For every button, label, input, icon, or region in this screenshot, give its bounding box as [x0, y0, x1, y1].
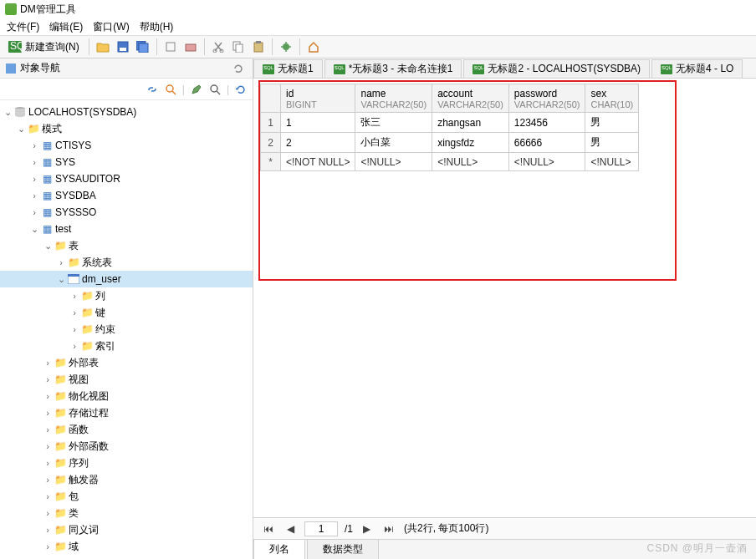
column-header[interactable]: passwordVARCHAR2(50)	[508, 84, 585, 113]
tree-root[interactable]: ⌄ LOCALHOST(SYSDBA)	[0, 104, 253, 120]
expand-icon[interactable]: ›	[42, 391, 54, 401]
expand-icon[interactable]: ⌄	[28, 224, 40, 235]
table-row[interactable]: 2 2 小白菜 xingsfdz 66666 男	[261, 133, 639, 153]
last-page-button[interactable]: ⏭	[381, 523, 397, 535]
expand-icon[interactable]: ⌄	[2, 107, 13, 118]
expand-icon[interactable]: ⌄	[42, 241, 54, 252]
cut-button[interactable]	[209, 38, 227, 56]
expand-icon[interactable]: ›	[42, 541, 54, 551]
tree-tables-folder[interactable]: ⌄📁表	[0, 237, 253, 254]
cell[interactable]: <!NULL>	[355, 153, 432, 171]
table-row[interactable]: 1 1 张三 zhangsan 123456 男	[261, 113, 639, 133]
cell[interactable]: 2	[281, 133, 355, 153]
column-header[interactable]: nameVARCHAR2(50)	[355, 84, 432, 113]
expand-icon[interactable]: ›	[69, 324, 80, 334]
expand-icon[interactable]: ›	[28, 157, 40, 167]
expand-icon[interactable]: ›	[69, 291, 80, 301]
expand-icon[interactable]: ›	[42, 374, 54, 384]
tree-table-child[interactable]: ›📁列	[0, 287, 253, 304]
editor-tab[interactable]: 无标题1	[253, 59, 323, 78]
menu-help[interactable]: 帮助(H)	[140, 20, 174, 34]
save-button[interactable]	[114, 38, 132, 56]
tree-schema-test[interactable]: ⌄▦test	[0, 221, 253, 237]
cell[interactable]: 男	[585, 113, 639, 133]
menu-file[interactable]: 文件(F)	[7, 20, 39, 34]
tree-table-child[interactable]: ›📁约束	[0, 321, 253, 338]
column-header[interactable]: idBIGINT	[281, 84, 355, 113]
expand-icon[interactable]: ›	[42, 491, 54, 501]
find-icon[interactable]	[208, 83, 222, 96]
tree-schema[interactable]: ›▦SYSAUDITOR	[0, 170, 253, 187]
cell[interactable]: 小白菜	[355, 133, 432, 153]
expand-icon[interactable]: ›	[42, 475, 54, 485]
cell[interactable]: 123456	[508, 113, 585, 133]
tree-folder[interactable]: ›📁外部函数	[0, 438, 253, 455]
edit-icon[interactable]	[190, 83, 203, 96]
bottom-tab-columns[interactable]: 列名	[253, 539, 305, 559]
cell[interactable]: 1	[281, 113, 355, 133]
refresh-icon[interactable]	[234, 83, 248, 96]
tree-folder[interactable]: ›📁触发器	[0, 471, 253, 488]
tree-table-child[interactable]: ›📁索引	[0, 338, 253, 354]
expand-icon[interactable]: ›	[42, 424, 54, 434]
expand-icon[interactable]: ⌄	[15, 124, 27, 135]
editor-tab[interactable]: 无标题2 - LOCALHOST(SYSDBA)	[463, 59, 650, 78]
cell[interactable]: 男	[585, 133, 639, 153]
expand-icon[interactable]: ›	[42, 358, 54, 368]
tool-button-2[interactable]	[181, 38, 200, 56]
tree-sys-tables[interactable]: ›📁系统表	[0, 254, 253, 271]
menu-edit[interactable]: 编辑(E)	[49, 20, 83, 34]
expand-icon[interactable]: ›	[28, 174, 40, 184]
bottom-tab-datatype[interactable]: 数据类型	[307, 539, 379, 559]
tree-folder[interactable]: ›📁存储过程	[0, 404, 253, 421]
object-tree[interactable]: ⌄ LOCALHOST(SYSDBA) ⌄ 📁 模式 ›▦CTISYS ›▦SY…	[0, 100, 253, 559]
menu-window[interactable]: 窗口(W)	[93, 20, 129, 34]
new-query-button[interactable]: SQL 新建查询(N)	[3, 38, 84, 56]
cell[interactable]: zhangsan	[432, 113, 509, 133]
tree-schema[interactable]: ›▦SYSDBA	[0, 187, 253, 204]
tool-button-1[interactable]	[161, 38, 180, 56]
expand-icon[interactable]: ⌄	[55, 274, 67, 285]
expand-icon[interactable]: ›	[42, 508, 54, 518]
expand-icon[interactable]: ›	[55, 257, 67, 267]
next-page-button[interactable]: ▶	[360, 523, 374, 535]
editor-tab[interactable]: 无标题4 - LO	[651, 59, 743, 78]
data-grid[interactable]: idBIGINT nameVARCHAR2(50) accountVARCHAR…	[260, 84, 639, 171]
cell[interactable]: <!NULL>	[432, 153, 509, 171]
tree-schema[interactable]: ›▦SYS	[0, 154, 253, 170]
prev-page-button[interactable]: ◀	[284, 523, 298, 535]
tree-folder[interactable]: ›📁物化视图	[0, 388, 253, 404]
expand-icon[interactable]: ›	[28, 140, 40, 150]
expand-icon[interactable]: ›	[42, 408, 54, 418]
tree-folder[interactable]: ›📁包	[0, 488, 253, 505]
cell[interactable]: 张三	[355, 113, 432, 133]
cell[interactable]: <!NOT NULL>	[281, 153, 355, 171]
link-icon[interactable]	[146, 83, 159, 96]
paste-button[interactable]	[249, 38, 268, 56]
tree-folder[interactable]: ›📁视图	[0, 371, 253, 388]
debug-button[interactable]	[277, 38, 295, 56]
tree-folder[interactable]: ›📁函数	[0, 421, 253, 438]
page-input[interactable]	[304, 521, 338, 536]
tree-schema[interactable]: ›▦SYSSSO	[0, 204, 253, 221]
cell[interactable]: <!NULL>	[585, 153, 639, 171]
cell[interactable]: xingsfdz	[432, 133, 509, 153]
tree-folder[interactable]: ›📁外部表	[0, 354, 253, 371]
search-icon[interactable]	[164, 83, 177, 96]
editor-tab[interactable]: *无标题3 - 未命名连接1	[324, 59, 462, 78]
tree-folder[interactable]: ›📁序列	[0, 455, 253, 471]
tree-schema[interactable]: ›▦CTISYS	[0, 137, 253, 154]
first-page-button[interactable]: ⏮	[260, 523, 277, 535]
tree-folder[interactable]: ›📁域	[0, 538, 253, 555]
tree-folder[interactable]: ›📁类	[0, 505, 253, 521]
expand-icon[interactable]: ›	[42, 525, 54, 535]
expand-icon[interactable]: ›	[69, 341, 80, 351]
home-button[interactable]	[304, 38, 323, 56]
copy-button[interactable]	[229, 38, 248, 56]
expand-icon[interactable]: ›	[42, 458, 54, 468]
tree-table-selected[interactable]: ⌄dm_user	[0, 271, 253, 287]
cell[interactable]: <!NULL>	[508, 153, 585, 171]
column-header[interactable]: accountVARCHAR2(50)	[432, 84, 509, 113]
table-new-row[interactable]: * <!NOT NULL> <!NULL> <!NULL> <!NULL> <!…	[261, 153, 639, 171]
expand-icon[interactable]: ›	[28, 191, 40, 201]
